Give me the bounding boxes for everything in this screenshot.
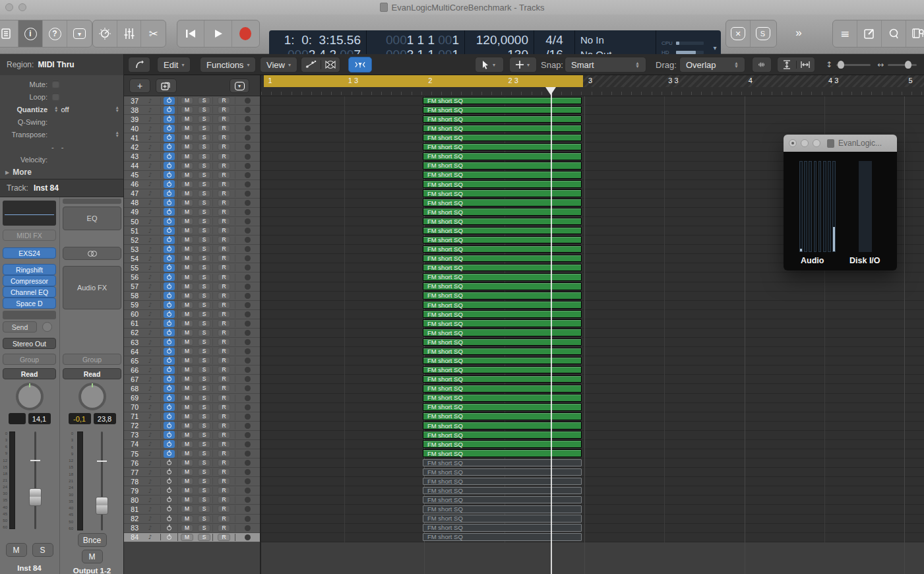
track-solo-button[interactable]: S (198, 413, 210, 420)
track-record-button[interactable]: R (218, 208, 230, 216)
track-record-button[interactable]: R (218, 338, 230, 346)
track-header-row[interactable]: 77♪MSR (124, 468, 260, 477)
midi-region[interactable]: FM short SQ (423, 449, 582, 457)
group-button[interactable]: Group (63, 354, 121, 365)
track-solo-button[interactable]: S (198, 106, 210, 113)
strip-solo-button[interactable]: S (32, 543, 53, 557)
midi-region[interactable]: FM short SQ (423, 301, 582, 309)
setting-slot[interactable] (63, 199, 121, 204)
track-mute-button[interactable]: M (181, 385, 193, 392)
midi-region[interactable]: FM short SQ (423, 273, 582, 281)
track-power-button[interactable] (164, 152, 175, 160)
track-header-row[interactable]: 39♪MSR (124, 115, 260, 124)
horizontal-zoom-slider[interactable]: ↔ (877, 59, 917, 70)
track-mute-button[interactable]: M (181, 115, 193, 123)
track-power-button[interactable] (164, 348, 175, 356)
track-solo-button[interactable]: S (198, 338, 210, 346)
track-record-button[interactable]: R (218, 264, 230, 271)
track-solo-button[interactable]: S (198, 422, 210, 430)
track-power-button[interactable] (164, 394, 175, 402)
strip-name[interactable]: Inst 84 (0, 564, 59, 572)
track-mute-button[interactable]: M (181, 283, 193, 290)
track-record-button[interactable]: R (218, 395, 230, 402)
quantize-value[interactable]: off (61, 106, 69, 113)
track-power-button[interactable] (164, 422, 175, 430)
track-solo-button[interactable]: S (198, 385, 210, 392)
track-power-button[interactable] (164, 524, 175, 532)
track-mute-button[interactable]: M (181, 320, 193, 327)
audio-fx-area[interactable]: Audio FX (63, 266, 121, 309)
track-power-button[interactable] (164, 487, 175, 495)
catch-mode-button[interactable] (348, 57, 372, 73)
track-power-button[interactable] (164, 440, 175, 448)
track-solo-button[interactable]: S (198, 366, 210, 373)
mute-checkbox[interactable] (51, 80, 60, 88)
waveform-zoom-button[interactable] (752, 57, 772, 73)
midi-region[interactable]: FM short SQ (423, 524, 582, 532)
solo-badge-button[interactable]: S (751, 20, 775, 47)
track-record-button[interactable]: R (218, 106, 230, 113)
track-solo-button[interactable]: S (198, 357, 210, 364)
track-mute-button[interactable]: M (181, 329, 193, 336)
track-mute-button[interactable]: M (181, 134, 193, 141)
midi-region[interactable]: FM short SQ (423, 412, 582, 420)
track-mute-button[interactable]: M (181, 487, 193, 494)
track-record-button[interactable]: R (218, 274, 230, 281)
track-solo-button[interactable]: S (198, 153, 210, 160)
track-header-row[interactable]: 83♪MSR (124, 524, 260, 533)
track-record-button[interactable]: R (218, 450, 230, 457)
empty-fx-slot[interactable] (3, 311, 56, 319)
track-record-button[interactable]: R (218, 375, 230, 383)
fader-cap[interactable] (96, 497, 108, 515)
track-solo-button[interactable]: S (198, 468, 210, 476)
quantize-stepper[interactable]: ▲▼ (54, 106, 58, 112)
midi-region[interactable]: FM short SQ (423, 459, 582, 467)
duplicate-track-button[interactable] (156, 79, 177, 93)
midi-region[interactable]: FM short SQ (423, 115, 582, 123)
track-header-row[interactable]: 47♪MSR (124, 189, 260, 199)
track-solo-button[interactable]: S (198, 115, 210, 123)
group-button[interactable]: Group (3, 354, 56, 365)
track-power-button[interactable] (164, 282, 175, 290)
track-power-button[interactable] (164, 357, 175, 365)
track-mute-button[interactable]: M (181, 218, 193, 225)
midi-region[interactable]: FM short SQ (423, 208, 582, 216)
track-solo-button[interactable]: S (198, 97, 210, 104)
pan-value[interactable]: -0,1 (69, 413, 91, 424)
track-power-button[interactable] (164, 189, 175, 197)
track-power-button[interactable] (164, 338, 175, 346)
track-solo-button[interactable]: S (198, 172, 210, 179)
track-power-button[interactable] (164, 468, 175, 476)
track-header-row[interactable]: 68♪MSR (124, 384, 260, 393)
track-header-row[interactable]: 72♪MSR (124, 422, 260, 431)
track-solo-button[interactable]: S (198, 487, 210, 494)
strip-name[interactable]: Output 1-2 (60, 567, 124, 574)
track-mute-button[interactable]: M (181, 162, 193, 170)
track-header-row[interactable]: 55♪MSR (124, 263, 260, 272)
midi-region[interactable]: FM short SQ (423, 319, 582, 327)
track-solo-button[interactable]: S (198, 404, 210, 411)
track-mute-button[interactable]: M (181, 404, 193, 411)
track-record-button[interactable]: R (218, 357, 230, 364)
track-mute-button[interactable]: M (181, 534, 193, 541)
track-record-button[interactable]: R (218, 227, 230, 234)
track-header-row[interactable]: 57♪MSR (124, 282, 260, 292)
command-tool-menu[interactable]: ▾ (509, 57, 537, 73)
track-mute-button[interactable]: M (181, 431, 193, 439)
strip-mute-button[interactable]: M (6, 543, 27, 557)
track-header-row[interactable]: 84♪MSR (124, 533, 260, 542)
track-record-button[interactable]: R (218, 311, 230, 318)
volume-value[interactable]: 14,1 (28, 413, 51, 424)
track-mute-button[interactable]: M (181, 375, 193, 383)
track-power-button[interactable] (164, 515, 175, 523)
track-solo-button[interactable]: S (198, 181, 210, 188)
vertical-zoom-thumb[interactable] (838, 61, 844, 69)
track-mute-button[interactable]: M (181, 255, 193, 262)
pointer-tool-menu[interactable]: ▾ (475, 57, 504, 73)
track-power-button[interactable] (164, 162, 175, 170)
pan-value[interactable] (9, 413, 26, 424)
cycle-range[interactable] (264, 75, 583, 87)
track-header-row[interactable]: 59♪MSR (124, 301, 260, 310)
track-power-button[interactable] (164, 385, 175, 393)
midi-region[interactable]: FM short SQ (423, 431, 582, 439)
